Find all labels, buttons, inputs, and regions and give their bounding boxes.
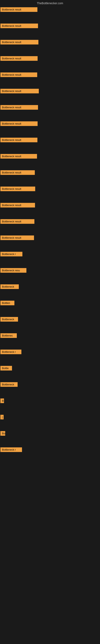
list-item: Bottleneck	[0, 382, 100, 388]
bottleneck-result-badge[interactable]: Bottlenec	[0, 333, 17, 338]
site-title: TheBottlenecker.com	[37, 2, 63, 5]
list-item: Bottleneck result	[0, 219, 100, 225]
bottleneck-result-badge[interactable]: Bottleneck	[0, 382, 18, 387]
list-item: Bottleneck result	[0, 72, 100, 78]
list-item: Bottleneck r	[0, 448, 100, 453]
list-item: Bottleneck	[0, 284, 100, 290]
list-item: Bottleneck result	[0, 56, 100, 62]
bottleneck-result-badge[interactable]: |	[0, 415, 3, 420]
list-item: Bottleneck result	[0, 40, 100, 46]
bottleneck-result-badge[interactable]: Bottleneck r	[0, 350, 21, 354]
bottleneck-result-badge[interactable]: Bottle	[0, 366, 12, 370]
bottleneck-result-badge[interactable]: Bottleneck result	[0, 203, 35, 208]
list-item: |	[0, 415, 100, 420]
page-container: TheBottlenecker.com Bottleneck resultBot…	[0, 0, 100, 453]
list-item: Bo	[0, 431, 100, 437]
bottleneck-result-badge[interactable]: Bottleneck result	[0, 219, 34, 224]
list-item: Bottleneck result	[0, 89, 100, 94]
bottleneck-result-badge[interactable]: Bottleneck result	[0, 186, 35, 191]
list-item: Bottleneck r	[0, 350, 100, 356]
bottleneck-result-badge[interactable]: B	[0, 398, 4, 403]
bottleneck-result-badge[interactable]: Bottleneck result	[0, 105, 38, 110]
list-item: Bottleneck result	[0, 170, 100, 176]
bottleneck-result-badge[interactable]: Bottleneck result	[0, 72, 37, 77]
bottleneck-result-badge[interactable]: Bottleneck resu	[0, 268, 26, 273]
bottleneck-result-badge[interactable]: Bottleneck result	[0, 170, 35, 175]
bottleneck-result-badge[interactable]: Bottleneck result	[0, 89, 39, 94]
list-item: Bottlenec	[0, 333, 100, 339]
list-item: B	[0, 398, 100, 404]
bottleneck-result-badge[interactable]: Bottleneck	[0, 317, 18, 322]
bottleneck-result-badge[interactable]: Bottleneck result	[0, 40, 38, 44]
site-header: TheBottlenecker.com	[0, 0, 100, 7]
bottleneck-result-badge[interactable]: Bottleneck result	[0, 121, 38, 126]
bottleneck-result-badge[interactable]: Bottleneck result	[0, 24, 38, 28]
bottleneck-result-badge[interactable]: Bottlen	[0, 301, 14, 305]
list-item: Bottleneck r	[0, 252, 100, 258]
list-item: Bottleneck result	[0, 105, 100, 111]
list-item: Bottlen	[0, 301, 100, 306]
bottleneck-result-badge[interactable]: Bottleneck result	[0, 7, 37, 12]
list-item: Bottleneck result	[0, 154, 100, 160]
list-item: Bottleneck	[0, 317, 100, 323]
bottleneck-result-badge[interactable]: Bottleneck r	[0, 252, 22, 256]
bottleneck-result-badge[interactable]: Bottleneck result	[0, 56, 38, 61]
bottleneck-result-badge[interactable]: Bottleneck r	[0, 448, 22, 452]
list-item: Bottleneck resu	[0, 268, 100, 274]
bottleneck-result-badge[interactable]: Bottleneck result	[0, 154, 37, 158]
bottleneck-result-badge[interactable]: Bottleneck result	[0, 138, 37, 142]
bottleneck-result-badge[interactable]: Bo	[0, 431, 5, 436]
list-item: Bottleneck result	[0, 203, 100, 209]
bottleneck-result-badge[interactable]: Bottleneck result	[0, 236, 34, 240]
list-item: Bottleneck result	[0, 121, 100, 127]
list-item: Bottleneck result	[0, 24, 100, 30]
list-item: Bottle	[0, 366, 100, 372]
list-item: Bottleneck result	[0, 138, 100, 144]
bottleneck-result-badge[interactable]: Bottleneck	[0, 284, 19, 289]
list-item: Bottleneck result	[0, 236, 100, 241]
list-item: Bottleneck result	[0, 7, 100, 13]
list-item: Bottleneck result	[0, 186, 100, 192]
